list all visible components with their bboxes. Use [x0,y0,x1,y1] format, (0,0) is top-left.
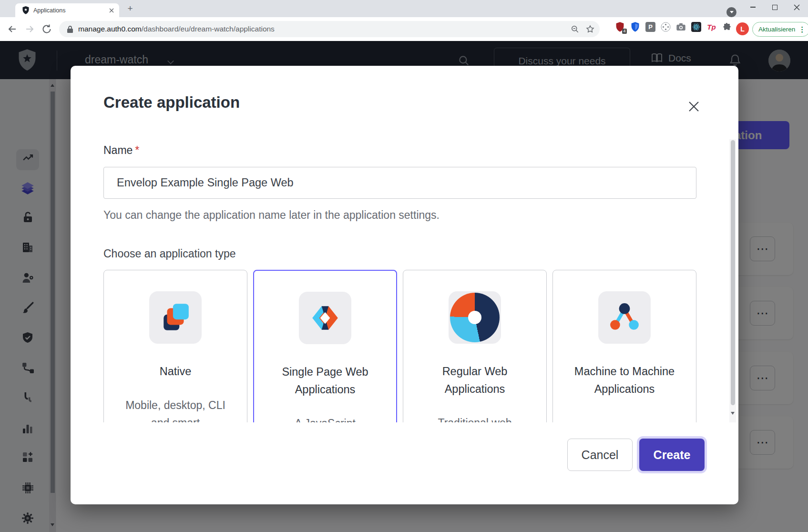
card-description: Mobile, desktop, CLI and smart [124,397,227,422]
url-domain: manage.auth0.com [78,25,142,33]
screen: Applications + manage.auth0.com/dashboar… [0,0,808,532]
cancel-button[interactable]: Cancel [567,439,633,471]
card-machine-to-machine[interactable]: Machine to Machine Applications [552,270,696,422]
required-asterisk: * [135,144,139,156]
create-application-modal: Create application Name* You can change … [71,66,738,504]
profile-initial: L [740,25,745,33]
camera-extension-icon[interactable] [676,22,686,32]
tab-title: Applications [33,7,108,14]
name-label-text: Name [103,144,133,156]
reload-button[interactable] [41,23,52,35]
application-name-input[interactable] [103,167,696,199]
modal-scrollbar-thumb[interactable] [731,140,735,405]
m2m-nodes-icon [609,302,640,333]
name-field-label: Name* [103,144,139,157]
card-native[interactable]: Native Mobile, desktop, CLI and smart [103,270,247,422]
browser-menu-kebab-icon: ⋮ [798,25,806,34]
browser-profile-avatar[interactable]: L [736,22,749,35]
regular-donut-icon [450,293,500,342]
modal-body: Create application Name* You can change … [71,66,738,422]
name-help-text: You can change the application name late… [103,209,440,222]
url-path: /dashboard/eu/dream-watch/applications [142,25,275,33]
window-maximize-button[interactable] [765,0,784,14]
modal-footer: Cancel Create [71,422,738,504]
tab-close-icon[interactable] [108,7,115,14]
react-devtools-extension-icon[interactable] [691,22,701,32]
spa-diamonds-icon [309,302,341,334]
card-title: Regular Web Applications [424,363,526,398]
window-minimize-button[interactable] [743,0,762,14]
application-type-cards: Native Mobile, desktop, CLI and smart [103,270,697,422]
bitwarden-extension-icon[interactable] [630,22,640,32]
url-bar[interactable]: manage.auth0.com/dashboard/eu/dream-watc… [59,21,600,37]
tp-extension-icon[interactable]: Tp [706,22,716,32]
browser-titlebar: Applications + [0,0,808,17]
tab-search-icon[interactable] [726,7,736,17]
bookmark-star-icon[interactable] [585,24,595,34]
spa-icon-tile [299,292,351,344]
modal-scrollbar[interactable] [729,139,736,422]
zoom-page-icon[interactable] [570,24,580,34]
ublock-extension-icon[interactable]: 4 [615,22,625,32]
regular-web-icon-tile [449,291,501,344]
extensions-row: 4 P Tp [615,22,732,32]
native-icon-tile [149,291,202,344]
card-title: Machine to Machine Applications [573,363,676,398]
card-description: A JavaScript [274,415,377,422]
auth0-favicon-icon [22,6,30,14]
modal-close-button[interactable] [683,95,705,117]
forward-button[interactable] [24,23,35,35]
modal-title: Create application [103,93,240,112]
lock-icon [67,25,73,33]
application-type-label: Choose an application type [103,247,235,260]
picker-extension-icon[interactable] [661,22,671,32]
cancel-label: Cancel [582,448,619,462]
native-stack-icon [160,302,191,333]
url-text: manage.auth0.com/dashboard/eu/dream-watc… [78,25,275,33]
tp-letters: Tp [707,23,716,31]
card-description: Traditional web [424,414,526,422]
ublock-badge: 4 [622,29,627,34]
p-extension-icon[interactable]: P [645,22,655,32]
browser-tab[interactable]: Applications [15,3,119,17]
m2m-icon-tile [598,291,651,344]
back-button[interactable] [7,23,18,35]
update-label: Aktualisieren [758,26,795,33]
browser-toolbar: manage.auth0.com/dashboard/eu/dream-watc… [0,17,808,41]
card-title: Native [124,363,227,380]
create-label: Create [654,448,691,462]
modal-scroll-down-icon[interactable] [731,412,735,415]
card-title: Single Page Web Applications [274,363,377,399]
new-tab-button[interactable]: + [124,2,136,15]
card-single-page-web[interactable]: Single Page Web Applications A JavaScrip… [253,270,397,422]
browser-update-button[interactable]: Aktualisieren ⋮ [752,22,808,37]
extensions-puzzle-icon[interactable] [722,22,732,32]
window-close-button[interactable] [787,0,806,14]
create-button[interactable]: Create [639,439,705,471]
card-regular-web[interactable]: Regular Web Applications Traditional web [403,270,547,422]
